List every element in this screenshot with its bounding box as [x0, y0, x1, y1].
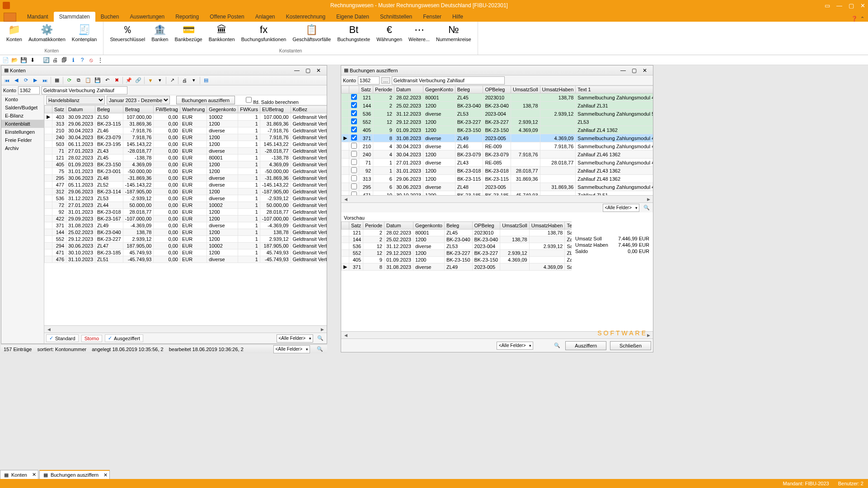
- table-row[interactable]: 7227.01.2023ZL4450.000,000,00EUR10002150…: [45, 202, 327, 209]
- table-row[interactable]: 50306.11.2023BK-23-195145.143,220,00EUR1…: [45, 141, 327, 148]
- sidebar-item-freiefelder[interactable]: Freie Felder: [1, 136, 44, 144]
- help-icon[interactable]: ❓: [851, 16, 858, 22]
- menu-offene posten[interactable]: Offene Posten: [204, 12, 250, 22]
- row-checkbox[interactable]: [351, 159, 357, 165]
- table-row[interactable]: 12128.02.2023ZL45-138,780,00EUR800011-13…: [45, 155, 327, 161]
- qat-import-icon[interactable]: ⬇: [29, 56, 36, 64]
- qat-help-icon[interactable]: ?: [79, 56, 86, 64]
- ausziffern-button[interactable]: Buchungen ausziffern: [176, 96, 235, 104]
- row-checkbox[interactable]: [351, 143, 357, 149]
- win-maximize-icon[interactable]: ▢: [302, 67, 313, 74]
- ribbon-buchungsfunktionen[interactable]: fxBuchungsfunktionen: [239, 23, 289, 43]
- table-row[interactable]: 210430.04.2023diverseZL46RE-0097.918,76S…: [342, 142, 653, 150]
- tab-close-icon[interactable]: ✕: [103, 472, 108, 478]
- nav-prev-icon[interactable]: ◀: [12, 76, 21, 84]
- ribbon-toggle-icon[interactable]: ▭: [825, 2, 830, 9]
- ribbon-kontenplan[interactable]: 🧾Kontenplan: [69, 23, 100, 43]
- ribbon-nummernkreise[interactable]: №Nummernkreise: [433, 23, 474, 43]
- table-row[interactable]: ▶371831.08.2023diverseZL492023-0054.369,…: [342, 263, 572, 271]
- row-checkbox[interactable]: [351, 127, 357, 132]
- menu-reporting[interactable]: Reporting: [170, 12, 204, 22]
- tab-close-icon[interactable]: ✕: [32, 472, 36, 478]
- period-select[interactable]: Januar 2023 - Dezember 2023: [107, 96, 170, 104]
- row-checkbox[interactable]: [351, 192, 357, 195]
- sidebar-item-konto[interactable]: Konto: [1, 95, 44, 103]
- konto-lookup-button[interactable]: …: [381, 77, 390, 84]
- saldo-checkbox[interactable]: [246, 96, 252, 104]
- table-row[interactable]: 5361231.12.2023diverseZL532023-0042.939,…: [342, 243, 572, 250]
- qat-open-icon[interactable]: 📂: [11, 56, 18, 64]
- table-row[interactable]: 7127.01.2023ZL43-28.018,770,00EURdiverse…: [45, 148, 327, 155]
- table-row[interactable]: 53631.12.2023ZL53-2.939,120,00EURdiverse…: [45, 195, 327, 202]
- nav-first-icon[interactable]: ⏮: [2, 76, 11, 84]
- qat-stop-icon[interactable]: ⦸: [88, 56, 95, 64]
- table-row[interactable]: 21030.04.2023ZL46-7.918,760,00EURdiverse…: [45, 127, 327, 134]
- right-search-icon[interactable]: 🔍: [642, 204, 651, 212]
- menu-eigene daten[interactable]: Eigene Daten: [331, 12, 375, 22]
- table-row[interactable]: 121228.02.202380001ZL452023010138,78Sar: [342, 230, 572, 236]
- tb-pin-icon[interactable]: 📌: [124, 76, 133, 84]
- nav-next-icon[interactable]: ▶: [31, 76, 40, 84]
- close-icon[interactable]: ✕: [860, 2, 865, 9]
- tb-undo-icon[interactable]: ↶: [103, 76, 112, 84]
- tab-buchungenausziffern[interactable]: ▦Buchungen ausziffern✕: [39, 470, 110, 479]
- tb-copy-icon[interactable]: ⧉: [74, 76, 83, 84]
- ribbon-banken[interactable]: 🏦Banken: [149, 23, 171, 43]
- ausziffern-grid[interactable]: SatzPeriodeDatumGegenKontoBelegOPBelegUm…: [341, 85, 653, 195]
- table-row[interactable]: 144225.02.20231200BK-23-040BK-23-040138,…: [342, 102, 653, 110]
- tb-print-dd[interactable]: ▾: [189, 76, 198, 84]
- left-search-icon[interactable]: 🔍: [316, 334, 325, 343]
- konto-name-input[interactable]: [392, 76, 505, 84]
- ribbon-bankkonten[interactable]: 🏛Bankkonten: [206, 23, 238, 43]
- left-filter-combo[interactable]: <Alle Felder>: [277, 334, 313, 343]
- table-row[interactable]: 313629.06.20231200BK-23-115BK-23-11531.8…: [342, 175, 653, 183]
- nav-goto-icon[interactable]: ⟳: [21, 76, 30, 84]
- ribbon-automatikkonten[interactable]: ⚙️Automatikkonten: [26, 23, 68, 43]
- schliessen-button[interactable]: Schließen: [610, 341, 651, 350]
- ribbon-steuerschlssel[interactable]: ％Steuerschlüssel: [107, 23, 148, 43]
- ribbon-bankbezge[interactable]: 💳Bankbezüge: [172, 23, 205, 43]
- win-close-icon[interactable]: ✕: [639, 67, 650, 74]
- table-row[interactable]: 47705.11.2023ZL52-145.143,220,00EURdiver…: [45, 182, 327, 188]
- table-row[interactable]: 5361231.12.2023diverseZL532023-0042.939,…: [342, 110, 653, 118]
- menu-stammdaten[interactable]: Stammdaten: [54, 12, 95, 22]
- table-row[interactable]: ▶40330.09.2023ZL50107.000,000,00EUR10002…: [45, 113, 327, 121]
- table-row[interactable]: 4711030.10.20231200BK-23-185BK-23-18545.…: [342, 191, 653, 196]
- preview-grid[interactable]: SatzPeriodeDatumGegenkontoBelegOPBelegUm…: [341, 221, 572, 331]
- ribbon-whrungen[interactable]: €Währungen: [374, 23, 405, 43]
- app-menu-button[interactable]: [4, 13, 16, 22]
- tb-refresh-icon[interactable]: ⟳: [65, 76, 74, 84]
- tb-delete-icon[interactable]: ✖: [112, 76, 121, 84]
- win-maximize-icon[interactable]: ▢: [629, 67, 639, 74]
- table-row[interactable]: 29430.06.2023ZL47187.905,000,00EUR100021…: [45, 243, 327, 249]
- row-checkbox[interactable]: [351, 102, 357, 108]
- qat-refresh-icon[interactable]: 🔄: [42, 56, 50, 64]
- row-checkbox[interactable]: [351, 110, 357, 116]
- row-checkbox[interactable]: [351, 118, 357, 124]
- table-row[interactable]: 14425.02.2023BK-23-040138,780,00EUR12001…: [45, 229, 327, 236]
- table-row[interactable]: 405901.09.20231200BK-23-150BK-23-1504.36…: [342, 126, 653, 134]
- ribbon-expand-icon[interactable]: ⌃: [860, 16, 864, 22]
- ribbon-weitere[interactable]: ⋯Weitere...: [406, 23, 432, 43]
- menu-auswertungen[interactable]: Auswertungen: [124, 12, 170, 22]
- tb-paste-icon[interactable]: 📋: [84, 76, 93, 84]
- row-checkbox[interactable]: [351, 167, 357, 173]
- table-row[interactable]: 7531.01.2023BK-23-001-50.000,000,00EUR12…: [45, 168, 327, 175]
- sidebar-item-ebilanz[interactable]: E-Bilanz: [1, 112, 44, 120]
- ausziffern-action-button[interactable]: Ausziffern: [565, 341, 606, 350]
- ribbon-geschftsvorflle[interactable]: 📋Geschäftsvorfälle: [290, 23, 333, 43]
- row-checkbox[interactable]: [351, 135, 357, 141]
- minimize-icon[interactable]: ―: [836, 2, 842, 9]
- menu-schnittstellen[interactable]: Schnittstellen: [375, 12, 418, 22]
- status-filter-combo[interactable]: <Alle Felder>: [273, 345, 310, 353]
- tb-settings-icon[interactable]: ▤: [202, 76, 211, 84]
- row-checkbox[interactable]: [351, 94, 357, 100]
- table-row[interactable]: ▶371831.08.2023diverseZL492023-0054.369,…: [342, 134, 653, 142]
- tab-konten[interactable]: ▦Konten✕: [0, 470, 38, 479]
- table-row[interactable]: 29530.06.2023ZL48-31.869,360,00EURdivers…: [45, 175, 327, 182]
- sidebar-item-kontenblatt[interactable]: Kontenblatt: [1, 120, 44, 128]
- konten-grid[interactable]: SatzDatumBelegBetragFWBetragWaehrungGege…: [44, 105, 327, 325]
- konto-input[interactable]: [358, 76, 380, 84]
- table-row[interactable]: 295630.06.2023diverseZL482023-00531.869,…: [342, 183, 653, 191]
- row-checkbox[interactable]: [351, 151, 357, 157]
